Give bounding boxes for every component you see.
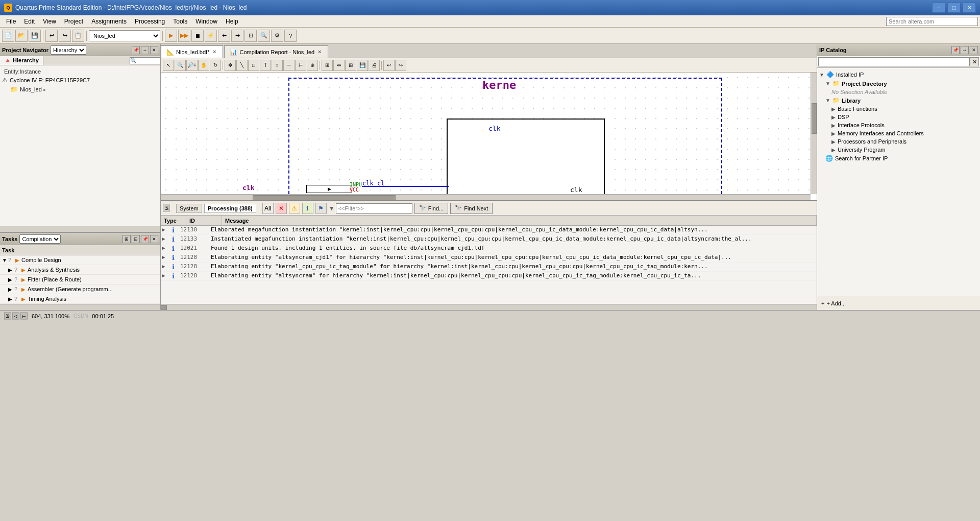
library-expand-icon[interactable]: ▼ [825, 98, 830, 103]
msg-row-3[interactable]: ▶ ℹ 12128 Elaborating entity "altsyncram… [161, 253, 817, 263]
ip-installed-ip[interactable]: ▼ 🔷 Installed IP [819, 70, 978, 79]
ip-project-directory[interactable]: ▼ 📁 Project Directory [819, 79, 978, 88]
search-input[interactable] [886, 17, 978, 26]
scroll-thumb-v[interactable] [812, 103, 817, 134]
sch-select-btn[interactable]: ↖ [163, 60, 174, 71]
sch-wire-btn[interactable]: ─ [283, 60, 295, 71]
proj-nav-close-button[interactable]: ✕ [150, 46, 158, 54]
tasks-expand-btn[interactable]: ⊞ [122, 235, 131, 243]
filter-flag-btn[interactable]: ⚑ [315, 203, 327, 214]
settings-button[interactable]: ⚙ [271, 30, 283, 42]
task-compile-design[interactable]: ▼ ? ▶ Compile Design [0, 255, 160, 265]
msg-expand-0[interactable]: ▶ [161, 226, 168, 233]
fitter-play-icon[interactable]: ▶ [21, 277, 26, 282]
task-timing-analysis[interactable]: ▶ ? ▶ Timing Analysis [0, 294, 160, 304]
timing-play-icon[interactable]: ▶ [21, 296, 26, 302]
report-tab-close[interactable]: ✕ [316, 49, 323, 55]
tasks-pin-btn[interactable]: 📌 [141, 235, 149, 243]
zoom-fit-button[interactable]: ⊡ [244, 30, 257, 42]
messages-side-tab[interactable]: M [163, 205, 170, 212]
proj-nav-scroll-h[interactable] [0, 226, 160, 232]
find-button[interactable]: 🔭 Find... [414, 203, 449, 214]
save-button[interactable]: 💾 [29, 30, 41, 42]
schematic-scroll-v[interactable] [811, 73, 817, 194]
tasks-scroll-h[interactable] [0, 304, 160, 310]
sch-undo-btn[interactable]: ↩ [383, 60, 395, 71]
menu-view[interactable]: View [39, 17, 60, 26]
minimize-button[interactable]: − [932, 3, 945, 13]
ip-pin-btn[interactable]: 📌 [951, 46, 960, 54]
undo-button[interactable]: ↩ [45, 30, 58, 42]
compile-play-icon[interactable]: ▶ [15, 257, 19, 263]
task-assembler[interactable]: ▶ ? ▶ Assembler (Generate programm... [0, 285, 160, 294]
basic-func-expand-icon[interactable]: ▶ [831, 106, 836, 112]
memory-expand-icon[interactable]: ▶ [831, 131, 836, 136]
sch-text-btn[interactable]: T [260, 60, 271, 71]
sch-bus-btn[interactable]: ≡ [272, 60, 283, 71]
analysis-play-icon[interactable]: ▶ [21, 267, 26, 273]
msg-scroll-thumb[interactable] [161, 305, 167, 310]
ip-processors[interactable]: ▶ Processors and Peripherals [819, 137, 978, 146]
new-button[interactable]: 📄 [2, 30, 14, 42]
ip-search-partner[interactable]: 🌐 Search for Partner IP [819, 154, 978, 163]
tasks-close-btn[interactable]: ✕ [150, 235, 158, 243]
compilation-select[interactable]: Compilation [19, 234, 61, 244]
msg-expand-4[interactable]: ▶ [161, 263, 168, 270]
proj-nav-search-input[interactable] [130, 57, 160, 64]
ip-add-button[interactable]: + + Add... [817, 296, 980, 310]
sch-mirror-btn[interactable]: ⇔ [333, 60, 345, 71]
menu-processing[interactable]: Processing [131, 17, 169, 26]
close-button[interactable]: ✕ [963, 3, 976, 13]
ip-search-clear-btn[interactable]: ✕ [970, 57, 979, 66]
ip-expand-btn[interactable]: ↔ [961, 46, 969, 54]
msg-expand-1[interactable]: ▶ [161, 235, 168, 242]
dsp-expand-icon[interactable]: ▶ [831, 114, 836, 120]
processing-tab[interactable]: Processing (388) [204, 204, 256, 213]
nios-led-item[interactable]: 📁 Nios_led ● [2, 85, 158, 94]
processors-expand-icon[interactable]: ▶ [831, 139, 836, 145]
ip-library[interactable]: ▼ 📁 Library [819, 96, 978, 105]
redo-button[interactable]: ↪ [59, 30, 71, 42]
filter-input[interactable] [336, 203, 412, 214]
sch-line-btn[interactable]: ╲ [236, 60, 248, 71]
ip-close-btn[interactable]: ✕ [970, 46, 978, 54]
proj-nav-expand-button[interactable]: ↔ [141, 46, 149, 54]
task-fitter[interactable]: ▶ ? ▶ Fitter (Place & Route) [0, 275, 160, 285]
menu-tools[interactable]: Tools [169, 17, 191, 26]
stop-button[interactable]: ⏹ [191, 30, 204, 42]
filter-all-btn[interactable]: All [262, 203, 274, 214]
msg-row-2[interactable]: ▶ ℹ 12021 Found 1 design units, includin… [161, 244, 817, 253]
compile-all-button[interactable]: ▶▶ [178, 30, 190, 42]
menu-help[interactable]: Help [222, 17, 242, 26]
system-tab[interactable]: System [176, 204, 202, 213]
bdf-tab[interactable]: 📐 Nios_led.bdf* ✕ [161, 45, 223, 58]
ip-dsp[interactable]: ▶ DSP [819, 113, 978, 121]
ip-interface-protocols[interactable]: ▶ Interface Protocols [819, 121, 978, 129]
msg-expand-2[interactable]: ▶ [161, 245, 168, 251]
ip-basic-functions[interactable]: ▶ Basic Functions [819, 105, 978, 113]
sch-zoom-btn[interactable]: 🔍 [175, 60, 186, 71]
ip-search-input[interactable] [818, 57, 970, 66]
menu-edit[interactable]: Edit [20, 17, 39, 26]
ip-university-program[interactable]: ▶ University Program [819, 146, 978, 154]
msg-expand-5[interactable]: ▶ [161, 272, 168, 279]
assembler-play-icon[interactable]: ▶ [21, 287, 26, 292]
university-expand-icon[interactable]: ▶ [831, 147, 836, 153]
back-button[interactable]: ⬅ [218, 30, 230, 42]
msg-expand-3[interactable]: ▶ [161, 254, 168, 260]
menu-window[interactable]: Window [191, 17, 222, 26]
sch-align-left-btn[interactable]: ⊞ [322, 60, 333, 71]
filter-error-btn[interactable]: ✕ [276, 203, 287, 214]
menu-project[interactable]: Project [60, 17, 87, 26]
scroll-thumb-h[interactable] [253, 195, 396, 200]
status-tab-t[interactable]: T [20, 313, 28, 320]
assembler-expand-icon[interactable]: ▶ [8, 287, 14, 292]
cyclone-device-item[interactable]: ⚠ Cyclone IV E: EP4CE115F29C7 [2, 76, 158, 85]
timing-expand-icon[interactable]: ▶ [8, 296, 14, 302]
project-combo[interactable]: Nios_led [89, 30, 160, 41]
sch-sym-btn[interactable]: ⊕ [307, 60, 318, 71]
menu-file[interactable]: File [2, 17, 20, 26]
open-button[interactable]: 📂 [15, 30, 28, 42]
msg-row-4[interactable]: ▶ ℹ 12128 Elaborating entity "kernel_cpu… [161, 263, 817, 272]
project-dir-expand-icon[interactable]: ▼ [825, 81, 830, 86]
